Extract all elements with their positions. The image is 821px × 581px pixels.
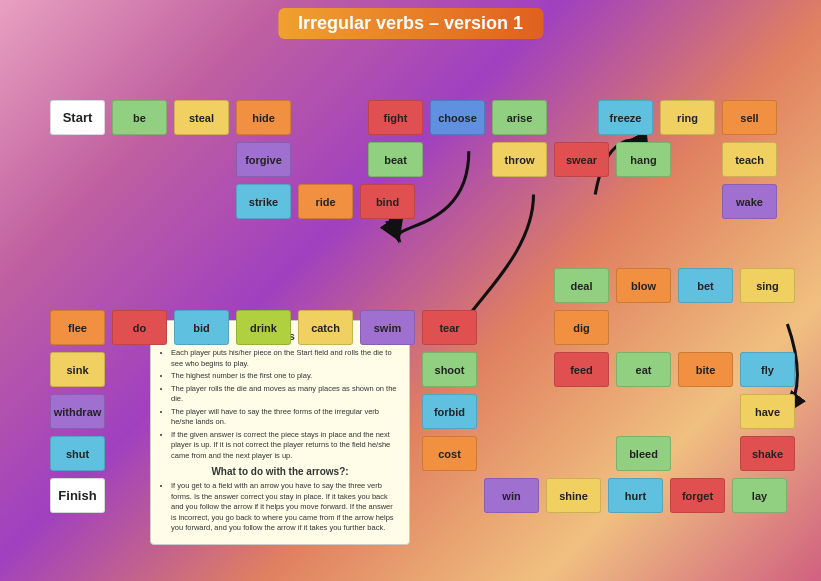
cell-shine: shine <box>546 478 601 513</box>
cell-choose: choose <box>430 100 485 135</box>
arrows-item: If you get to a field with an arrow you … <box>171 481 399 534</box>
cell-drink: drink <box>236 310 291 345</box>
cell-blow: blow <box>616 268 671 303</box>
cell-ride: ride <box>298 184 353 219</box>
cell-teach: teach <box>722 142 777 177</box>
cell-bind: bind <box>360 184 415 219</box>
cell-deal: deal <box>554 268 609 303</box>
cell-start: Start <box>50 100 105 135</box>
cell-shut: shut <box>50 436 105 471</box>
cell-swear: swear <box>554 142 609 177</box>
arrows-title: What to do with the arrows?: <box>161 465 399 479</box>
cell-be: be <box>112 100 167 135</box>
cell-swim: swim <box>360 310 415 345</box>
cell-sing: sing <box>740 268 795 303</box>
cell-bid: bid <box>174 310 229 345</box>
cell-arise: arise <box>492 100 547 135</box>
rule-item: Each player puts his/her piece on the St… <box>171 348 399 369</box>
cell-wake: wake <box>722 184 777 219</box>
cell-do: do <box>112 310 167 345</box>
cell-shoot: shoot <box>422 352 477 387</box>
rule-item: The player rolls the die and moves as ma… <box>171 384 399 405</box>
cell-hurt: hurt <box>608 478 663 513</box>
cell-tear: tear <box>422 310 477 345</box>
cell-lay: lay <box>732 478 787 513</box>
rule-item: The highest number is the first one to p… <box>171 371 399 382</box>
cell-forget: forget <box>670 478 725 513</box>
cell-bet: bet <box>678 268 733 303</box>
cell-have: have <box>740 394 795 429</box>
cell-bleed: bleed <box>616 436 671 471</box>
page-title: Irregular verbs – version 1 <box>298 13 523 33</box>
cell-eat: eat <box>616 352 671 387</box>
cell-beat: beat <box>368 142 423 177</box>
cell-forbid: forbid <box>422 394 477 429</box>
rule-item: The player will have to say the three fo… <box>171 407 399 428</box>
cell-ring: ring <box>660 100 715 135</box>
cell-win: win <box>484 478 539 513</box>
cell-throw: throw <box>492 142 547 177</box>
arrows-list: If you get to a field with an arrow you … <box>161 481 399 534</box>
rules-list: Each player puts his/her piece on the St… <box>161 348 399 461</box>
cell-withdraw: withdraw <box>50 394 105 429</box>
cell-bite: bite <box>678 352 733 387</box>
cell-freeze: freeze <box>598 100 653 135</box>
cell-forgive: forgive <box>236 142 291 177</box>
cell-catch: catch <box>298 310 353 345</box>
rule-item: If the given answer is correct the piece… <box>171 430 399 462</box>
cell-fight: fight <box>368 100 423 135</box>
cell-steal: steal <box>174 100 229 135</box>
cell-flee: flee <box>50 310 105 345</box>
cell-feed: feed <box>554 352 609 387</box>
cell-shake: shake <box>740 436 795 471</box>
board-container: Rules Each player puts his/her piece on … <box>30 40 811 571</box>
cell-hang: hang <box>616 142 671 177</box>
rules-box: Rules Each player puts his/her piece on … <box>150 320 410 545</box>
cell-fly: fly <box>740 352 795 387</box>
cell-sink: sink <box>50 352 105 387</box>
cell-finish: Finish <box>50 478 105 513</box>
title-bar: Irregular verbs – version 1 <box>278 8 543 39</box>
cell-dig: dig <box>554 310 609 345</box>
cell-strike: strike <box>236 184 291 219</box>
cell-sell: sell <box>722 100 777 135</box>
cell-hide: hide <box>236 100 291 135</box>
cell-cost: cost <box>422 436 477 471</box>
